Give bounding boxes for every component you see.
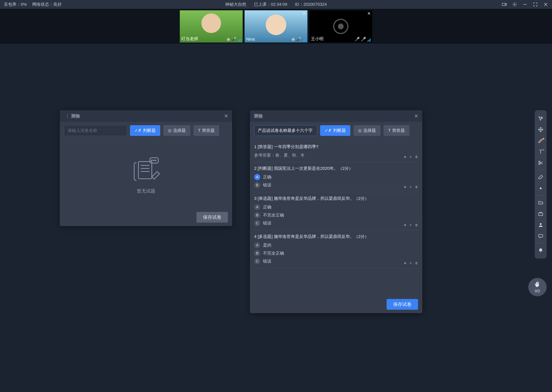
option-row[interactable]: A是的: [254, 242, 418, 248]
question-title: 1 [简答题] 一年四季分别是哪四季?: [254, 144, 418, 150]
top-bar: 丢包率：0% 网络状态：良好 神秘大自然 已上课：02:34:09 ID：202…: [0, 0, 552, 9]
participant-name: 王小明: [311, 36, 324, 42]
option-row[interactable]: B错误: [254, 182, 418, 188]
question-list[interactable]: 1 [简答题] 一年四季分别是哪四季?参考答案：春、夏、秋、冬✥✎🗑2 [判断题…: [250, 139, 422, 295]
option-letter: A: [254, 174, 260, 180]
scissors-tool-icon[interactable]: [535, 157, 547, 168]
settings-icon[interactable]: [512, 2, 517, 7]
hand-icon: [534, 281, 541, 288]
move-tool-icon[interactable]: [535, 124, 547, 135]
close-icon[interactable]: ✕: [224, 113, 228, 119]
check-icon: ✓✗: [325, 128, 332, 133]
network-status: 网络状态：良好: [32, 1, 62, 7]
short-answer-button[interactable]: T简答题: [384, 125, 409, 136]
empty-state: 暂无试题: [60, 139, 232, 209]
eraser-tool-icon[interactable]: [535, 172, 547, 183]
mic-icon: 🎤: [231, 37, 237, 42]
empty-text: 暂无试题: [137, 188, 155, 194]
delete-icon[interactable]: 🗑: [415, 185, 418, 189]
text-tool-icon[interactable]: [535, 146, 547, 157]
empty-illustration-icon: [127, 154, 165, 182]
option-text: 错误: [263, 182, 271, 188]
video-tile-student[interactable]: ✕ 王小明 🎤 🎤: [309, 10, 372, 42]
duration: 已上课：02:34:09: [254, 1, 287, 7]
video-tile-teacher[interactable]: 叮当老师 ◉ 🎤: [180, 10, 243, 42]
raise-hand-button[interactable]: 0/2: [528, 278, 547, 296]
option-letter: B: [254, 212, 260, 218]
edit-icon[interactable]: ✎: [409, 185, 412, 189]
tool-rail: [535, 110, 547, 259]
edit-icon[interactable]: ✎: [409, 223, 412, 227]
move-icon[interactable]: ✥: [404, 261, 406, 265]
close-icon[interactable]: ✕: [414, 113, 418, 119]
camera-off-icon: [333, 19, 349, 34]
svg-point-16: [540, 187, 541, 189]
edit-icon[interactable]: ✎: [409, 261, 412, 265]
choice-question-button[interactable]: ◎选择题: [353, 125, 380, 136]
toolbox-icon[interactable]: [535, 208, 547, 219]
question-item: 2 [判断题] 我国宪法上一次更新是在2020年。（2分）A正确B错误✥✎🗑: [254, 162, 418, 192]
option-row[interactable]: B不完全正确: [254, 250, 418, 256]
exam-name-input[interactable]: [254, 125, 317, 136]
option-letter: C: [254, 220, 260, 226]
pen-tool-icon[interactable]: [535, 135, 547, 146]
question-actions: ✥✎🗑: [404, 261, 418, 265]
short-answer-button[interactable]: T简答题: [193, 125, 219, 136]
svg-rect-17: [539, 213, 543, 216]
fullscreen-icon[interactable]: [533, 2, 538, 7]
text-icon: T: [198, 128, 201, 133]
delete-icon[interactable]: 🗑: [415, 155, 418, 159]
option-text: 错误: [263, 259, 271, 264]
svg-point-15: [539, 163, 540, 165]
video-tile-student[interactable]: ✕ Nina ◉ 🎤: [245, 10, 307, 42]
svg-point-12: [155, 160, 156, 161]
option-row[interactable]: B不完全正确: [254, 212, 418, 218]
svg-point-1: [514, 4, 516, 5]
laser-tool-icon[interactable]: [535, 183, 547, 194]
mic-icon: 🎤: [296, 37, 301, 42]
quiz-panel-filled: 测验 ✕ ✓✗判断题 ◎选择题 T简答题 1 [简答题] 一年四季分别是哪四季?…: [250, 110, 422, 313]
minimize-icon[interactable]: [523, 2, 527, 7]
option-text: 是的: [263, 242, 271, 248]
close-icon[interactable]: ✕: [302, 11, 306, 16]
radio-icon: ◎: [168, 128, 172, 133]
delete-icon[interactable]: 🗑: [415, 223, 418, 227]
question-title: 3 [单选题] 施华洛世奇是反华品牌，所以梁鼎琪反华。（2分）: [254, 196, 418, 201]
move-icon[interactable]: ✥: [404, 155, 406, 159]
user-icon[interactable]: [535, 219, 547, 231]
option-letter: B: [254, 182, 260, 188]
reference-answer: 参考答案：春、夏、秋、冬: [254, 152, 418, 158]
svg-point-18: [540, 223, 541, 225]
judge-question-button[interactable]: ✓✗判断题: [130, 125, 160, 136]
video-strip: 叮当老师 ◉ 🎤 ✕ Nina ◉ 🎤 ✕ 王小明 🎤 🎤: [0, 9, 552, 44]
close-window-icon[interactable]: [543, 2, 548, 7]
save-exam-button[interactable]: 保存试卷: [387, 299, 418, 310]
move-icon[interactable]: ✥: [404, 223, 406, 227]
bell-icon[interactable]: [535, 245, 547, 256]
close-icon[interactable]: ✕: [367, 11, 371, 16]
move-icon[interactable]: ✥: [404, 185, 406, 189]
edit-icon[interactable]: ✎: [409, 155, 412, 159]
mic-icon: 🎤: [361, 37, 366, 42]
recording-icon: ◉: [291, 37, 295, 42]
choice-question-button[interactable]: ◎选择题: [163, 125, 190, 136]
pointer-tool-icon[interactable]: [535, 113, 547, 124]
option-row[interactable]: A正确: [254, 174, 418, 180]
back-icon[interactable]: 〈: [64, 113, 69, 119]
camera-toggle-icon[interactable]: [502, 2, 507, 7]
mic-muted-icon: 🎤: [355, 37, 360, 42]
judge-question-button[interactable]: ✓✗判断题: [320, 125, 350, 136]
option-row[interactable]: A正确: [254, 204, 418, 210]
svg-rect-19: [539, 234, 543, 237]
delete-icon[interactable]: 🗑: [415, 261, 418, 265]
save-exam-button[interactable]: 保存试卷: [196, 212, 228, 223]
question-actions: ✥✎🗑: [404, 223, 418, 227]
question-actions: ✥✎🗑: [404, 185, 418, 189]
option-letter: A: [254, 242, 260, 248]
panel-title: 测验: [254, 113, 414, 119]
folder-icon[interactable]: [535, 197, 547, 208]
option-row[interactable]: C错误: [254, 258, 418, 264]
chat-icon[interactable]: [535, 231, 547, 242]
option-row[interactable]: C错误: [254, 220, 418, 226]
exam-name-input[interactable]: [64, 125, 127, 136]
